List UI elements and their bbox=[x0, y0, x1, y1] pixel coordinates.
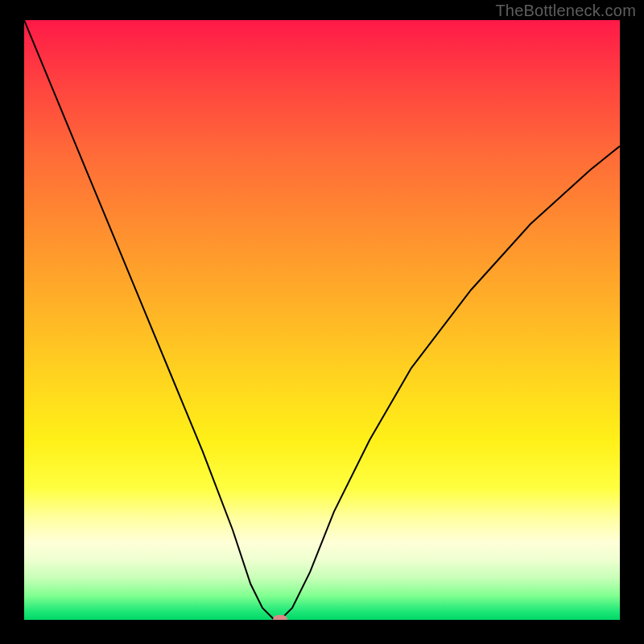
plot-area bbox=[24, 20, 620, 620]
bottleneck-curve bbox=[24, 20, 620, 620]
plot-frame bbox=[24, 20, 620, 620]
minimum-marker bbox=[273, 615, 287, 620]
watermark-text: TheBottleneck.com bbox=[495, 2, 636, 20]
chart-container: TheBottleneck.com bbox=[0, 0, 644, 644]
